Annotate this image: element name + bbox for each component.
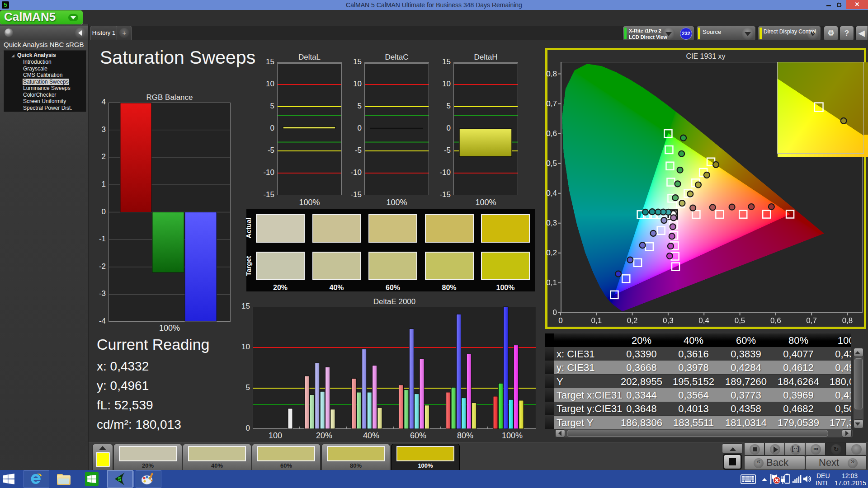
svg-text:5: 5 [118,476,121,483]
